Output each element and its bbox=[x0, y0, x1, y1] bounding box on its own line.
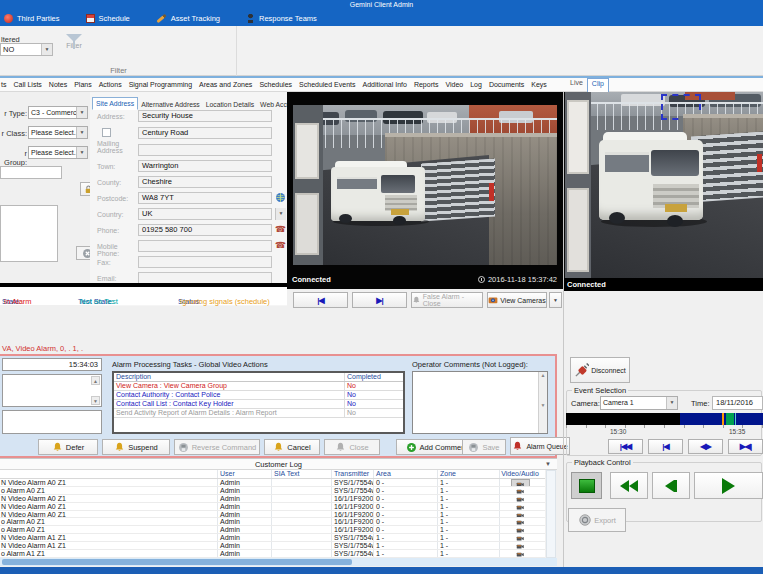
tab-areas-and-zones[interactable]: Areas and Zones bbox=[199, 81, 252, 88]
suspend-button[interactable]: Suspend bbox=[102, 439, 170, 455]
tab-ts[interactable]: ts bbox=[1, 81, 6, 88]
log-row[interactable]: o Alarm A0 Z1Admin16/1/1F9200..0 -1 - bbox=[0, 526, 545, 534]
defer-button[interactable]: Defer bbox=[38, 439, 98, 455]
operator-comments-textarea[interactable]: ▲▼ bbox=[412, 371, 548, 434]
false-alarm-close-button[interactable]: False Alarm - Close bbox=[411, 292, 483, 308]
zone-column-header[interactable]: Zone bbox=[438, 470, 500, 478]
log-horizontal-scrollbar[interactable] bbox=[0, 558, 557, 566]
video-camera-icon[interactable] bbox=[516, 518, 525, 525]
mobile-phone-field[interactable] bbox=[138, 240, 272, 252]
log-vertical-scrollbar[interactable] bbox=[546, 470, 556, 558]
step-back-button[interactable] bbox=[652, 472, 690, 499]
country-field[interactable]: UK bbox=[138, 208, 272, 220]
stop-button[interactable] bbox=[571, 472, 602, 499]
alarm-task-row[interactable]: Contact Authority : Contact PoliceNo bbox=[114, 391, 403, 400]
spinner-down-icon[interactable]: ▼ bbox=[91, 396, 100, 405]
globe-icon[interactable] bbox=[275, 192, 286, 203]
view-cameras-button[interactable]: View Cameras bbox=[487, 292, 547, 308]
video-camera-icon[interactable] bbox=[516, 480, 525, 486]
user-column-header[interactable]: User bbox=[218, 470, 272, 478]
video-camera-icon[interactable] bbox=[516, 487, 525, 494]
video-camera-icon[interactable] bbox=[516, 534, 525, 541]
log-row[interactable]: N Video Alarm A1 Z1AdminSYS/1/7554w..1 -… bbox=[0, 534, 545, 542]
spinner-up-icon[interactable]: ▲ bbox=[91, 376, 100, 385]
tab-notes[interactable]: Notes bbox=[49, 81, 67, 88]
toolbar-asset-tracking[interactable]: Asset Tracking bbox=[156, 14, 220, 23]
postcode-field[interactable]: WA8 7YT bbox=[138, 192, 272, 204]
scrollbar-thumb[interactable] bbox=[2, 559, 352, 565]
alarm-queue-button[interactable]: Alarm Queue bbox=[510, 437, 570, 455]
scrollbar[interactable]: ▲▼ bbox=[538, 372, 547, 433]
export-button[interactable]: Export bbox=[568, 508, 626, 532]
chevron-down-icon[interactable]: ▼ bbox=[76, 127, 87, 138]
log-row[interactable]: N Video Alarm A0 Z1Admin16/1/1F9200..0 -… bbox=[0, 511, 545, 519]
address3-field[interactable] bbox=[138, 144, 272, 156]
rewind-button[interactable] bbox=[610, 472, 648, 499]
tab-schedules[interactable]: Schedules bbox=[259, 81, 292, 88]
video-camera-icon[interactable] bbox=[516, 542, 525, 549]
filter-button[interactable]: Filter bbox=[56, 32, 92, 66]
tab-clip[interactable]: Clip bbox=[587, 78, 609, 92]
next-event-button[interactable]: ▶◀| bbox=[728, 439, 763, 454]
tab-call-lists[interactable]: Call Lists bbox=[13, 81, 41, 88]
tab-location-details[interactable]: Location Details bbox=[203, 99, 257, 110]
tab-video[interactable]: Video bbox=[445, 81, 463, 88]
next-alarm-button[interactable]: ▶| bbox=[352, 292, 407, 308]
town-field[interactable]: Warrington bbox=[138, 160, 272, 172]
chevron-down-icon[interactable]: ▼ bbox=[666, 397, 677, 409]
cancel-button[interactable]: Cancel bbox=[264, 439, 320, 455]
log-row[interactable]: o Alarm A1 Z1AdminSYS/1/7554w..1 -1 - bbox=[0, 550, 545, 558]
disconnect-button[interactable]: Disconnect bbox=[570, 357, 630, 383]
tab-site-address[interactable]: Site Address bbox=[92, 97, 138, 110]
video-camera-icon[interactable] bbox=[516, 550, 525, 557]
log-row[interactable]: N Video Alarm A0 Z1AdminSYS/1/7554w..0 -… bbox=[0, 479, 545, 487]
chevron-down-icon[interactable]: ▼ bbox=[41, 44, 52, 55]
customer-class-dropdown[interactable]: Please Select... ▼ bbox=[28, 126, 88, 139]
phone-icon[interactable]: ☎ bbox=[275, 224, 286, 235]
customer-notes-box[interactable] bbox=[0, 205, 58, 262]
collapse-icon[interactable]: ▼ bbox=[545, 461, 551, 467]
video-audio-pressed[interactable] bbox=[511, 479, 530, 486]
toolbar-response-teams[interactable]: Response Teams bbox=[246, 14, 317, 23]
phone-icon[interactable]: ☎ bbox=[275, 240, 286, 251]
previous-event-button[interactable]: |◀ bbox=[648, 439, 683, 454]
tab-actions[interactable]: Actions bbox=[99, 81, 122, 88]
frame-step-button[interactable]: ◀▶ bbox=[688, 439, 723, 454]
customer-field[interactable] bbox=[0, 166, 62, 179]
sia-column-header[interactable]: SIA Text bbox=[272, 470, 332, 478]
alarm-aux-field[interactable] bbox=[2, 410, 102, 434]
area-column-header[interactable]: Area bbox=[374, 470, 438, 478]
customer-group-dropdown[interactable]: Please Select... ▼ bbox=[28, 146, 88, 159]
previous-alarm-button[interactable]: |◀ bbox=[293, 292, 348, 308]
event-timeline[interactable] bbox=[566, 413, 763, 425]
video-camera-icon[interactable] bbox=[516, 503, 525, 510]
customer-log-header[interactable]: Customer Log ▼ bbox=[0, 458, 557, 470]
chevron-down-icon[interactable]: ▼ bbox=[76, 107, 87, 118]
log-row[interactable]: o Alarm A0 Z1Admin16/1/1F9200..0 -1 - bbox=[0, 518, 545, 526]
tab-scheduled-events[interactable]: Scheduled Events bbox=[299, 81, 355, 88]
chevron-down-icon[interactable]: ▼ bbox=[275, 208, 286, 220]
tab-log[interactable]: Log bbox=[470, 81, 482, 88]
log-row[interactable]: N Video Alarm A0 Z1Admin16/1/1F9200..0 -… bbox=[0, 503, 545, 511]
customer-type-dropdown[interactable]: C3 - Commercial ▼ bbox=[28, 106, 88, 119]
time-field[interactable]: 18/11/2016 bbox=[712, 396, 763, 410]
video-camera-icon[interactable] bbox=[516, 526, 525, 533]
tab-reports[interactable]: Reports bbox=[414, 81, 439, 88]
tab-alternative-address[interactable]: Alternative Address bbox=[138, 99, 203, 110]
video-camera-icon[interactable] bbox=[516, 495, 525, 502]
toolbar-third-parties[interactable]: Third Parties bbox=[4, 14, 60, 23]
alarm-task-row[interactable]: Send Activity Report of Alarm Details : … bbox=[114, 409, 403, 418]
skip-start-button[interactable]: |◀◀ bbox=[608, 439, 643, 454]
alarm-task-row[interactable]: Contact Call List : Contact Key HolderNo bbox=[114, 400, 403, 409]
reverse-command-button[interactable]: Reverse Command bbox=[174, 439, 260, 455]
tab-live[interactable]: Live bbox=[566, 78, 587, 92]
description-column-header[interactable]: Description bbox=[114, 373, 345, 381]
log-row[interactable]: N Video Alarm A1 Z1AdminSYS/1/7554w..1 -… bbox=[0, 542, 545, 550]
video-audio-column-header[interactable]: Video/Audio bbox=[500, 470, 540, 478]
address2-field[interactable]: Century Road bbox=[138, 127, 272, 139]
filtered-dropdown[interactable]: NO ▼ bbox=[0, 43, 53, 56]
save-button[interactable]: Save bbox=[462, 439, 506, 455]
log-row[interactable]: N Video Alarm A0 Z1Admin16/1/1F9200..0 -… bbox=[0, 495, 545, 503]
event-column-header[interactable] bbox=[0, 470, 218, 478]
phone-field[interactable]: 01925 580 700 bbox=[138, 224, 272, 236]
